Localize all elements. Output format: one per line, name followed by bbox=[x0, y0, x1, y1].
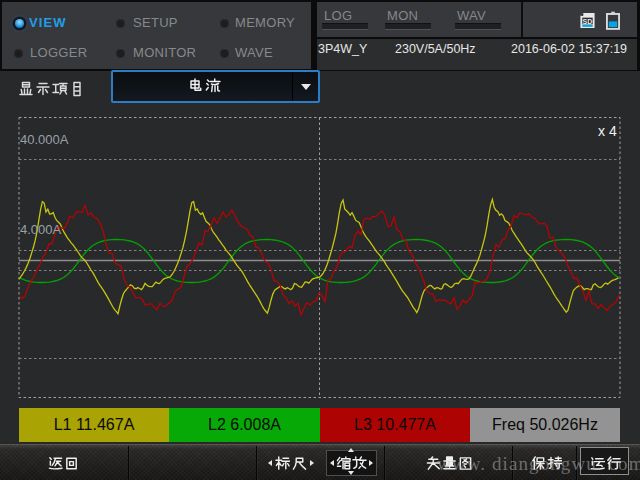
svg-text:SD: SD bbox=[583, 18, 593, 26]
